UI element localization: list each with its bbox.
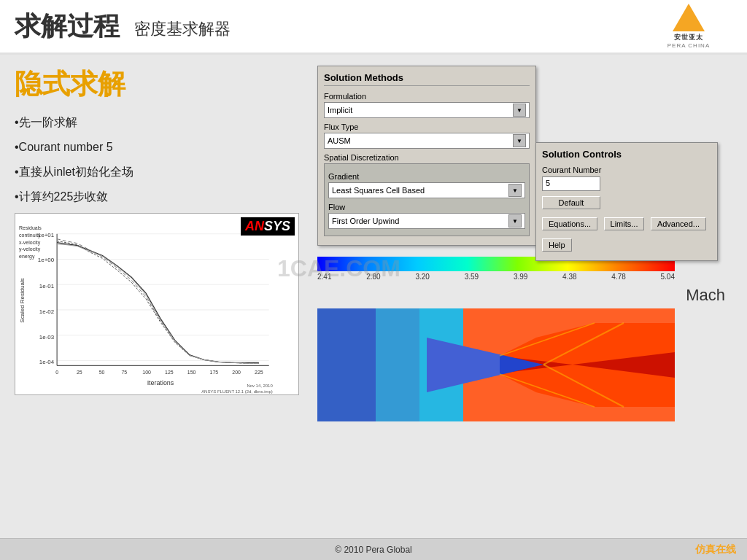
header: 求解过程 密度基求解器 安世亚太 PERA CHINA [0, 0, 747, 55]
mach-contour-svg [317, 308, 675, 421]
formulation-dropdown-arrow-icon[interactable]: ▼ [513, 104, 526, 117]
logo-triangle-icon [673, 4, 705, 31]
colorbar-val-0: 2.41 [317, 273, 331, 281]
formulation-label: Formulation [324, 92, 530, 101]
footer: © 2010 Pera Global 仿真在线 [0, 538, 747, 560]
logo-sub: PERA CHINA [667, 42, 710, 49]
chart-legend: Residuals continuity x-velocity y-veloci… [19, 225, 42, 260]
colorbar-val-7: 5.04 [661, 273, 675, 281]
colorbar-val-4: 3.99 [514, 273, 527, 281]
colorbar-val-6: 4.78 [611, 273, 625, 281]
left-panel: 隐式求解 •先一阶求解 •Courant number 5 •直接从inlet初… [15, 66, 306, 527]
colorbar-val-1: 2.80 [366, 273, 380, 281]
flux-type-dropdown-arrow-icon[interactable]: ▼ [513, 134, 526, 147]
residuals-svg: 1e+01 1e+00 1e-01 1e-02 1e-03 1e-04 0 25… [15, 214, 298, 394]
legend-y-velocity: y-velocity [19, 246, 42, 253]
svg-text:100: 100 [142, 370, 151, 375]
svg-text:50: 50 [99, 370, 105, 375]
solution-controls-dialog: Solution Controls Courant Number 5 Defau… [535, 142, 718, 261]
svg-text:ANSYS FLUENT 12.1 (2d, dbns.im: ANSYS FLUENT 12.1 (2d, dbns.imp) [201, 389, 273, 394]
svg-text:25: 25 [77, 370, 82, 375]
svg-text:Scaled Residuals: Scaled Residuals [19, 278, 26, 322]
ansys-logo: ANSYS [241, 217, 295, 236]
courant-input[interactable]: 5 [542, 176, 600, 191]
help-button[interactable]: Help [542, 238, 572, 252]
legend-continuity: continuity [19, 232, 42, 239]
legend-energy: energy [19, 253, 42, 260]
gradient-value: Least Squares Cell Based [332, 186, 425, 195]
gradient-section: Gradient Least Squares Cell Based ▼ Flow… [324, 163, 530, 236]
courant-label: Courant Number [542, 166, 711, 174]
solution-methods-dialog: Solution Methods Formulation Implicit ▼ … [317, 66, 536, 246]
colorbar-val-5: 4.38 [562, 273, 576, 281]
formulation-select[interactable]: Implicit ▼ [324, 102, 530, 118]
svg-text:150: 150 [187, 370, 196, 375]
svg-text:1e-04: 1e-04 [39, 359, 55, 365]
bullet-4: •计算约225步收敛 [15, 188, 306, 206]
color-visualization-section: 2.41 2.80 3.20 3.59 3.99 4.38 4.78 5.04 … [317, 257, 732, 421]
spatial-disc-label: Spatial Discretization [324, 153, 530, 162]
mach-contour-image [317, 308, 675, 421]
colorbar-val-2: 3.20 [415, 273, 429, 281]
flow-value: First Order Upwind [332, 217, 399, 225]
legend-x-velocity: x-velocity [19, 239, 42, 246]
solution-methods-title: Solution Methods [324, 72, 530, 86]
formulation-value: Implicit [328, 106, 352, 114]
copyright-text: © 2010 Pera Global [335, 545, 412, 555]
bullet-2: •Courant number 5 [15, 139, 306, 156]
residuals-chart-container: ANSYS Residuals continuity x-velocity y-… [15, 213, 299, 395]
page-subtitle: 密度基求解器 [134, 18, 231, 40]
colorbar-val-3: 3.59 [465, 273, 479, 281]
logo-company-name: 安世亚太 [674, 33, 703, 42]
svg-text:Nov 14, 2010: Nov 14, 2010 [247, 384, 273, 388]
advanced-button[interactable]: Advanced... [651, 217, 706, 230]
svg-text:175: 175 [210, 370, 219, 375]
legend-residuals: Residuals [19, 225, 42, 232]
page-title: 求解过程 [15, 9, 120, 44]
flow-dropdown-arrow-icon[interactable]: ▼ [508, 214, 522, 228]
flux-type-label: Flux Type [324, 122, 530, 131]
svg-text:Iterations: Iterations [147, 379, 174, 386]
bullet-1: •先一阶求解 [15, 114, 306, 131]
svg-text:1e-01: 1e-01 [39, 283, 55, 289]
svg-text:75: 75 [122, 370, 128, 375]
bullet-3: •直接从inlet初始化全场 [15, 163, 306, 181]
colorbar-labels: 2.41 2.80 3.20 3.59 3.99 4.38 4.78 5.04 [317, 273, 675, 281]
mach-label: Mach [317, 286, 732, 305]
gradient-dropdown-arrow-icon[interactable]: ▼ [508, 184, 522, 197]
svg-text:200: 200 [232, 370, 241, 375]
gradient-label: Gradient [328, 172, 525, 181]
solution-controls-title: Solution Controls [542, 149, 711, 160]
flux-type-value: AUSM [328, 136, 351, 145]
right-panel: Solution Methods Formulation Implicit ▼ … [317, 66, 732, 527]
default-button[interactable]: Default [542, 196, 600, 209]
gradient-select[interactable]: Least Squares Cell Based ▼ [328, 182, 525, 198]
footer-brand-watermark: 仿真在线 [695, 543, 736, 556]
equations-button[interactable]: Equations... [542, 217, 597, 230]
limits-button[interactable]: Limits... [604, 217, 645, 230]
svg-text:1e-02: 1e-02 [39, 308, 54, 315]
svg-text:225: 225 [255, 370, 263, 375]
section-title: 隐式求解 [15, 66, 306, 103]
dialogs-row: Solution Methods Formulation Implicit ▼ … [317, 66, 732, 246]
svg-text:1e-03: 1e-03 [39, 334, 55, 341]
svg-text:0: 0 [55, 370, 58, 375]
flow-select[interactable]: First Order Upwind ▼ [328, 213, 525, 229]
main-content: 隐式求解 •先一阶求解 •Courant number 5 •直接从inlet初… [0, 55, 747, 538]
flux-type-select[interactable]: AUSM ▼ [324, 133, 530, 149]
svg-text:125: 125 [165, 370, 174, 375]
flow-label: Flow [328, 203, 525, 211]
company-logo: 安世亚太 PERA CHINA [645, 7, 732, 47]
